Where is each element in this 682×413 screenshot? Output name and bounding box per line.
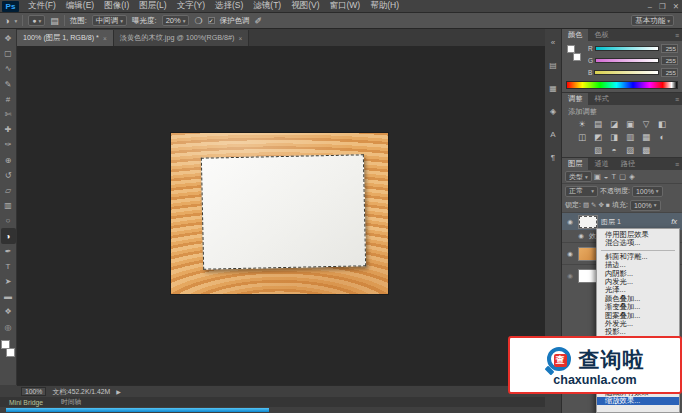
context-menu-item[interactable]: 缩放效果... bbox=[597, 397, 679, 405]
minimize-button[interactable]: – bbox=[648, 2, 652, 11]
zoom-tool[interactable]: ◎ bbox=[1, 320, 16, 335]
clone-stamp-tool[interactable]: ⊕ bbox=[1, 153, 16, 168]
tab-swatches[interactable]: 色板 bbox=[588, 29, 614, 41]
document-tab[interactable]: 淡黄色的木纹.jpg @ 100%(RGB/8#) × bbox=[114, 30, 250, 46]
tool-preset-chevron-icon[interactable]: ▾ bbox=[14, 18, 17, 24]
exposure-icon[interactable]: ▣ bbox=[625, 118, 636, 129]
dodge-tool[interactable]: ◑ bbox=[1, 228, 16, 243]
paper-selection[interactable] bbox=[201, 154, 366, 269]
panel-menu-icon[interactable]: ≡ bbox=[675, 93, 682, 105]
layer-thumbnail[interactable] bbox=[578, 215, 598, 229]
lock-position-icon[interactable]: ✥ bbox=[599, 201, 604, 209]
shape-tool[interactable]: ▬ bbox=[1, 289, 16, 304]
document-tab-active[interactable]: 100% (图层 1, RGB/8) * × bbox=[17, 30, 114, 46]
context-menu-item[interactable]: 内发光... bbox=[597, 278, 679, 286]
type-tool[interactable]: T bbox=[1, 259, 16, 274]
menubar-item[interactable]: 图层(L) bbox=[134, 0, 171, 12]
filter-type-layers-icon[interactable]: T bbox=[611, 172, 616, 181]
eyedropper-tool[interactable]: ✄ bbox=[1, 107, 16, 122]
tab-adjustments[interactable]: 调整 bbox=[562, 93, 588, 105]
foreground-color-swatch[interactable] bbox=[567, 45, 575, 53]
blue-slider[interactable] bbox=[594, 70, 659, 75]
color-spectrum-bar[interactable] bbox=[566, 81, 678, 89]
layer-fx-icon[interactable]: fx bbox=[671, 217, 679, 226]
menubar-item[interactable]: 图像(I) bbox=[99, 0, 134, 12]
menubar-item[interactable]: 文字(Y) bbox=[172, 0, 210, 12]
fill-input[interactable]: 100% ▾ bbox=[630, 200, 661, 211]
gradient-map-icon[interactable]: ▩ bbox=[641, 144, 652, 155]
properties-icon[interactable]: ▦ bbox=[547, 82, 560, 94]
photo-filter-icon[interactable]: ◨ bbox=[609, 131, 620, 142]
history-brush-tool[interactable]: ↺ bbox=[1, 168, 16, 183]
menubar-item[interactable]: 选择(S) bbox=[210, 0, 248, 12]
dodge-tool-preset-icon[interactable]: ◑ bbox=[4, 16, 9, 26]
brush-preset-picker[interactable]: ● ▾ bbox=[28, 15, 45, 26]
vibrance-icon[interactable]: ▽ bbox=[641, 118, 652, 129]
menubar-item[interactable]: 窗口(W) bbox=[325, 0, 366, 12]
curves-icon[interactable]: ◪ bbox=[609, 118, 620, 129]
workspace-switcher[interactable]: 基本功能 ▾ bbox=[631, 15, 674, 26]
opacity-input[interactable]: 100% ▾ bbox=[632, 186, 663, 197]
context-menu-item[interactable]: 外发光... bbox=[597, 320, 679, 328]
tab-styles[interactable]: 样式 bbox=[588, 93, 614, 105]
gradient-tool[interactable]: ▥ bbox=[1, 198, 16, 213]
range-select[interactable]: 中间调 ▾ bbox=[92, 15, 127, 26]
crop-tool[interactable]: # bbox=[1, 92, 16, 107]
character-icon[interactable]: A bbox=[547, 128, 560, 140]
context-menu-item[interactable]: 斜面和浮雕... bbox=[597, 253, 679, 261]
layer-thumbnail[interactable] bbox=[578, 269, 598, 283]
panel-menu-icon[interactable]: ≡ bbox=[675, 29, 682, 41]
layer-thumbnail[interactable] bbox=[578, 247, 598, 261]
healing-brush-tool[interactable]: ✚ bbox=[1, 122, 16, 137]
paragraph-icon[interactable]: ¶ bbox=[547, 151, 560, 163]
context-menu-item[interactable]: 混合选项... bbox=[597, 239, 679, 247]
tab-color[interactable]: 颜色 bbox=[562, 29, 588, 41]
close-icon[interactable]: × bbox=[103, 35, 107, 42]
marquee-tool[interactable]: ▢ bbox=[1, 46, 16, 61]
context-menu-item[interactable]: 图案叠加... bbox=[597, 312, 679, 320]
tab-channels[interactable]: 通道 bbox=[588, 158, 614, 170]
move-tool[interactable]: ✥ bbox=[1, 31, 16, 46]
red-slider[interactable] bbox=[595, 46, 659, 51]
green-value[interactable]: 255 bbox=[661, 56, 678, 65]
threshold-icon[interactable]: ◓ bbox=[609, 144, 620, 155]
black-white-icon[interactable]: ◩ bbox=[593, 131, 604, 142]
filter-shape-layers-icon[interactable]: ▢ bbox=[619, 172, 626, 181]
context-menu-item[interactable] bbox=[601, 250, 675, 251]
zoom-level-field[interactable]: 100% bbox=[21, 387, 46, 396]
color-lookup-icon[interactable]: ▦ bbox=[641, 131, 652, 142]
menubar-item[interactable]: 视图(V) bbox=[286, 0, 324, 12]
visibility-eye-icon[interactable]: ◉ bbox=[576, 232, 586, 240]
path-selection-tool[interactable]: ➤ bbox=[1, 274, 16, 289]
panel-menu-icon[interactable]: ≡ bbox=[675, 158, 682, 170]
brightness-contrast-icon[interactable]: ☀ bbox=[577, 118, 588, 129]
hue-saturation-icon[interactable]: ◧ bbox=[657, 118, 668, 129]
channel-mixer-icon[interactable]: ▥ bbox=[625, 131, 636, 142]
tab-layers[interactable]: 图层 bbox=[562, 158, 588, 170]
tab-timeline[interactable]: 时间轴 bbox=[52, 397, 90, 407]
visibility-eye-icon[interactable]: ◉ bbox=[565, 272, 575, 280]
blur-tool[interactable]: ○ bbox=[1, 213, 16, 228]
close-icon[interactable]: × bbox=[238, 35, 242, 42]
lock-transparency-icon[interactable]: ▨ bbox=[583, 201, 589, 209]
context-menu-item[interactable]: 光泽... bbox=[597, 286, 679, 294]
invert-icon[interactable]: ◐ bbox=[657, 131, 668, 142]
restore-button[interactable]: ❐ bbox=[659, 2, 666, 11]
context-menu-item[interactable]: 内阴影... bbox=[597, 270, 679, 278]
foreground-color-swatch[interactable] bbox=[1, 340, 10, 349]
context-menu-item[interactable]: 停用图层效果 bbox=[597, 231, 679, 239]
protect-tones-checkbox[interactable]: ✓ bbox=[208, 17, 215, 24]
posterize-icon[interactable]: ▧ bbox=[593, 144, 604, 155]
wood-background-image[interactable] bbox=[171, 133, 388, 294]
pressure-size-icon[interactable]: ✐ bbox=[255, 16, 263, 26]
background-color-swatch[interactable] bbox=[573, 53, 581, 61]
blend-mode-select[interactable]: 正常 ▾ bbox=[565, 186, 598, 197]
close-button[interactable]: ✕ bbox=[673, 2, 679, 11]
tab-paths[interactable]: 路径 bbox=[615, 158, 641, 170]
filter-pixel-layers-icon[interactable]: ▣ bbox=[594, 172, 601, 181]
status-arrow-icon[interactable]: ▶ bbox=[116, 388, 121, 395]
menubar-item[interactable]: 编辑(E) bbox=[61, 0, 99, 12]
background-color-swatch[interactable] bbox=[6, 348, 15, 357]
green-slider[interactable] bbox=[595, 58, 659, 63]
exposure-input[interactable]: 20% ▾ bbox=[162, 15, 190, 26]
